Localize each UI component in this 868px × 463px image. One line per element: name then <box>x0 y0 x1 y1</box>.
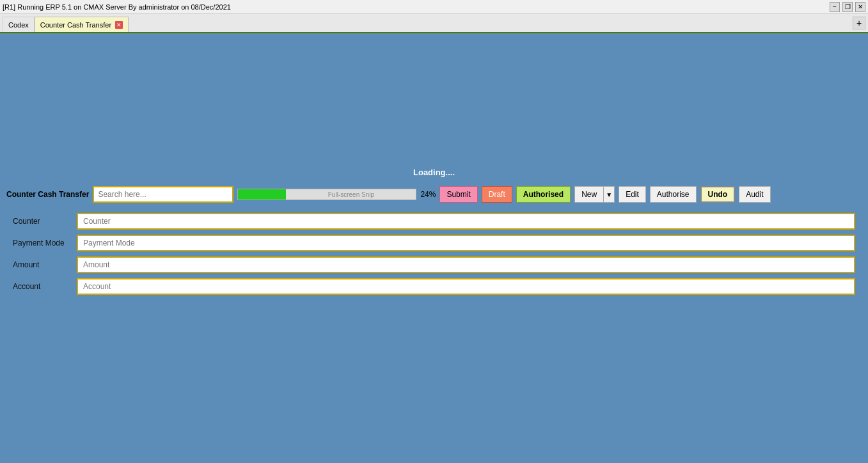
counter-input[interactable] <box>77 213 855 230</box>
new-button[interactable]: New <box>574 186 603 203</box>
payment-mode-row: Payment Mode <box>13 235 855 251</box>
minimize-button[interactable]: − <box>830 2 840 12</box>
add-tab-button[interactable]: + <box>853 17 865 29</box>
draft-button[interactable]: Draft <box>482 186 512 203</box>
edit-button[interactable]: Edit <box>619 186 646 203</box>
form-area: Counter Payment Mode Amount Account <box>0 207 868 306</box>
title-bar-controls: − ❐ ✕ <box>830 2 865 12</box>
progress-percent: 24% <box>420 190 436 199</box>
tab-codex-label: Codex <box>8 21 29 29</box>
toolbar-form-label: Counter Cash Transfer <box>6 190 89 199</box>
amount-label: Amount <box>13 260 77 269</box>
audit-button[interactable]: Audit <box>739 186 770 203</box>
tab-codex[interactable]: Codex <box>3 17 35 32</box>
authorise-button[interactable]: Authorise <box>650 186 697 203</box>
loading-text: Loading.... <box>413 168 455 177</box>
tab-counter-cash-transfer-label: Counter Cash Transfer <box>40 21 111 29</box>
progress-remaining: Full-screen Snip <box>286 189 416 200</box>
restore-button[interactable]: ❐ <box>842 2 853 12</box>
undo-button[interactable]: Undo <box>700 186 736 203</box>
authorised-button[interactable]: Authorised <box>516 186 571 203</box>
counter-label: Counter <box>13 217 77 226</box>
progress-fill <box>238 189 286 200</box>
submit-button[interactable]: Submit <box>439 186 477 203</box>
account-row: Account <box>13 278 855 295</box>
account-label: Account <box>13 282 77 291</box>
search-input[interactable] <box>93 186 233 203</box>
amount-row: Amount <box>13 256 855 273</box>
counter-row: Counter <box>13 213 855 230</box>
payment-mode-label: Payment Mode <box>13 239 77 247</box>
tab-counter-cash-transfer[interactable]: Counter Cash Transfer ✕ <box>35 17 129 32</box>
payment-mode-input[interactable] <box>77 235 855 251</box>
account-input[interactable] <box>77 278 855 295</box>
toolbar-row: Counter Cash Transfer Full-screen Snip 2… <box>0 182 868 207</box>
progress-hint: Full-screen Snip <box>328 191 374 198</box>
title-bar: [R1] Running ERP 5.1 on CMAX Server By a… <box>0 0 868 14</box>
progress-bar: Full-screen Snip <box>237 189 416 200</box>
tab-close-button[interactable]: ✕ <box>115 21 123 29</box>
amount-input[interactable] <box>77 256 855 273</box>
tab-bar: Codex Counter Cash Transfer ✕ + <box>0 14 868 33</box>
new-dropdown-button[interactable]: ▼ <box>603 186 615 203</box>
new-button-group: New ▼ <box>574 186 615 203</box>
close-button[interactable]: ✕ <box>855 2 865 12</box>
title-bar-text: [R1] Running ERP 5.1 on CMAX Server By a… <box>3 3 231 11</box>
main-content: Loading.... Counter Cash Transfer Full-s… <box>0 33 868 463</box>
